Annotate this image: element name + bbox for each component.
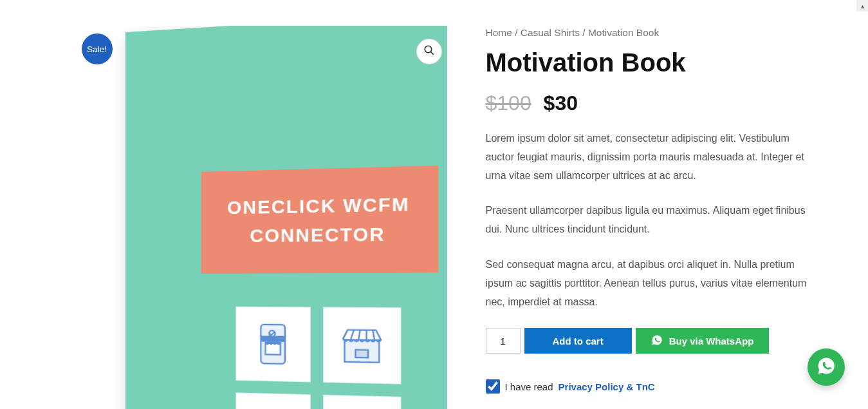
quantity-input[interactable] <box>486 328 521 354</box>
price-old-value: 100 <box>497 91 531 115</box>
search-icon <box>423 44 435 59</box>
product-description-3: Sed consequat magna arcu, at dapibus orc… <box>486 256 820 311</box>
breadcrumb: Home / Casual Shirts / Motivation Book <box>486 27 820 39</box>
product-description-1: Lorem ipsum dolor sit amet, consectetur … <box>486 129 820 185</box>
svg-rect-12 <box>356 351 366 356</box>
book-cover: ONECLICK WCFM CONNECTOR <box>125 26 447 409</box>
cover-title-line-2: CONNECTOR <box>227 220 410 251</box>
placeholder-icon <box>322 395 400 409</box>
terms-row: I have read Privacy Policy & TnC <box>486 379 820 394</box>
book-cover-title: ONECLICK WCFM CONNECTOR <box>201 166 438 274</box>
breadcrumb-sep: / <box>512 27 521 38</box>
product-description-2: Praesent ullamcorper dapibus ligula eu m… <box>486 202 820 239</box>
price-old: $100 <box>486 91 531 115</box>
whatsapp-button-label: Buy via WhatsApp <box>669 336 754 347</box>
floating-whatsapp-button[interactable] <box>808 348 845 386</box>
cover-icon-grid <box>235 307 400 409</box>
storefront-icon <box>322 307 400 384</box>
zoom-button[interactable] <box>416 39 442 64</box>
buy-via-whatsapp-button[interactable]: Buy via WhatsApp <box>636 328 770 354</box>
breadcrumb-current: Motivation Book <box>588 27 659 38</box>
breadcrumb-sep: / <box>580 27 588 38</box>
price: $100 $30 <box>486 91 820 115</box>
placeholder-icon <box>235 392 310 409</box>
product-title: Motivation Book <box>486 48 820 77</box>
svg-line-1 <box>430 52 434 55</box>
scrollbar-up-arrow[interactable]: ▴ <box>856 0 868 12</box>
whatsapp-icon <box>651 334 663 348</box>
cart-actions: Add to cart Buy via WhatsApp <box>486 328 820 354</box>
product-details: Home / Casual Shirts / Motivation Book M… <box>486 26 820 409</box>
breadcrumb-home[interactable]: Home <box>486 27 512 38</box>
currency-symbol: $ <box>486 91 497 115</box>
privacy-policy-link[interactable]: Privacy Policy & TnC <box>559 381 655 392</box>
add-to-cart-button[interactable]: Add to cart <box>524 328 632 354</box>
price-new-value: 30 <box>555 91 578 115</box>
terms-checkbox[interactable] <box>486 379 500 394</box>
breadcrumb-category[interactable]: Casual Shirts <box>521 27 580 38</box>
product-image-column: Sale! ONECLICK WCFM CONNECTOR <box>74 26 447 409</box>
product-image[interactable]: ONECLICK WCFM CONNECTOR <box>74 26 447 409</box>
currency-symbol: $ <box>544 91 555 115</box>
cover-title-line-1: ONECLICK WCFM <box>227 189 410 222</box>
svg-point-0 <box>425 46 432 53</box>
product-page: Sale! ONECLICK WCFM CONNECTOR <box>23 0 846 409</box>
whatsapp-icon <box>817 356 836 378</box>
price-new: $30 <box>544 91 578 115</box>
terms-text: I have read <box>505 381 553 392</box>
shop-phone-icon <box>235 307 310 383</box>
sale-badge: Sale! <box>82 33 113 64</box>
